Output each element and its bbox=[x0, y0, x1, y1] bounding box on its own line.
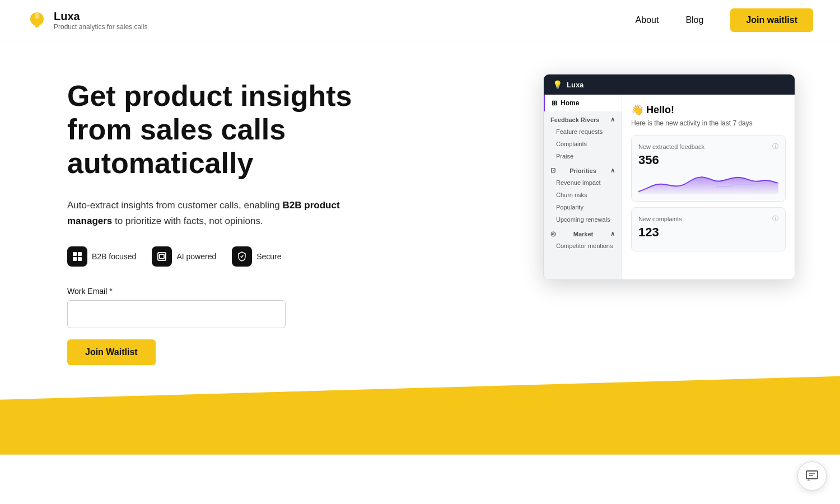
sidebar-home-label: Home bbox=[561, 99, 579, 107]
brand-name: Luxa bbox=[54, 10, 147, 23]
window-titlebar: 💡 Luxa bbox=[544, 74, 795, 95]
yellow-section bbox=[0, 376, 840, 455]
svg-rect-3 bbox=[73, 252, 77, 256]
hero-section: Get product insights from sales calls au… bbox=[0, 40, 840, 388]
badge-ai: AI powered bbox=[152, 246, 216, 267]
nav-about[interactable]: About bbox=[636, 15, 659, 25]
sidebar-upcoming-renewals[interactable]: Upcoming renewals bbox=[544, 213, 622, 226]
navbar: Luxa Product analytics for sales calls A… bbox=[0, 0, 840, 40]
brand-logo: Luxa Product analytics for sales calls bbox=[27, 10, 147, 31]
badge-ai-label: AI powered bbox=[176, 252, 216, 261]
sidebar-feature-requests[interactable]: Feature requests bbox=[544, 125, 622, 138]
greeting-subtitle: Here is the new activity in the last 7 d… bbox=[631, 119, 786, 127]
svg-point-2 bbox=[35, 12, 39, 19]
info-icon[interactable]: ⓘ bbox=[772, 142, 778, 151]
metric-feedback-label: New extracted feedback ⓘ bbox=[638, 142, 778, 151]
nav-blog[interactable]: Blog bbox=[685, 15, 703, 25]
sidebar-section-market[interactable]: ◎ Market ∧ bbox=[544, 226, 622, 240]
luxa-logo-icon bbox=[27, 10, 47, 30]
hero-description: Auto-extract insights from customer call… bbox=[67, 198, 370, 228]
svg-rect-4 bbox=[78, 252, 82, 256]
priorities-label: Priorities bbox=[570, 167, 596, 174]
metric-feedback-value: 356 bbox=[638, 153, 778, 167]
nav-links: About Blog Join waitlist bbox=[636, 8, 813, 32]
sidebar-complaints[interactable]: Complaints bbox=[544, 138, 622, 150]
join-waitlist-button[interactable]: Join Waitlist bbox=[67, 339, 156, 365]
sidebar-competitor-mentions[interactable]: Competitor mentions bbox=[544, 240, 622, 252]
metric-card-feedback: New extracted feedback ⓘ 356 bbox=[631, 135, 786, 202]
priorities-chevron-icon: ∧ bbox=[610, 167, 615, 174]
market-label: Market bbox=[573, 231, 593, 237]
hero-desc-prefix: Auto-extract insights from customer call… bbox=[67, 200, 283, 211]
feedback-rivers-label: Feedback Rivers bbox=[550, 116, 599, 123]
metric-complaints-value: 123 bbox=[638, 225, 778, 240]
window-body: ⊞ Home Feedback Rivers ∧ Feature request… bbox=[544, 95, 795, 279]
email-input[interactable] bbox=[67, 300, 286, 328]
greeting-title: Hello! bbox=[646, 104, 674, 115]
svg-rect-5 bbox=[73, 257, 77, 261]
hero-left: Get product insights from sales calls au… bbox=[67, 74, 370, 365]
sidebar-section-priorities[interactable]: ⊡ Priorities ∧ bbox=[544, 162, 622, 176]
sidebar-home[interactable]: ⊞ Home bbox=[544, 95, 622, 111]
b2b-icon bbox=[67, 246, 87, 267]
badge-b2b: B2B focused bbox=[67, 246, 136, 267]
badge-secure: Secure bbox=[232, 246, 281, 267]
greeting-header: 👋 Hello! bbox=[631, 104, 786, 116]
svg-rect-8 bbox=[160, 254, 164, 259]
sidebar-popularity[interactable]: Popularity bbox=[544, 201, 622, 213]
window-logo-icon: 💡 bbox=[553, 80, 562, 89]
feedback-chart bbox=[638, 172, 778, 194]
hero-right: 💡 Luxa ⊞ Home Feedback Rivers ∧ Feature … bbox=[543, 74, 795, 280]
product-screenshot: 💡 Luxa ⊞ Home Feedback Rivers ∧ Feature … bbox=[543, 74, 795, 280]
svg-rect-6 bbox=[78, 257, 82, 261]
info-icon-2[interactable]: ⓘ bbox=[772, 214, 778, 223]
sidebar: ⊞ Home Feedback Rivers ∧ Feature request… bbox=[544, 95, 622, 279]
nav-join-waitlist-button[interactable]: Join waitlist bbox=[730, 8, 813, 32]
ai-icon bbox=[152, 246, 172, 267]
market-icon: ◎ bbox=[550, 230, 556, 237]
greeting-emoji: 👋 bbox=[631, 104, 643, 115]
home-icon: ⊞ bbox=[552, 99, 557, 107]
feedback-chevron-icon: ∧ bbox=[610, 116, 615, 123]
sidebar-section-feedback[interactable]: Feedback Rivers ∧ bbox=[544, 111, 622, 125]
brand-tagline: Product analytics for sales calls bbox=[54, 23, 147, 31]
badge-secure-label: Secure bbox=[256, 252, 281, 261]
main-content: 👋 Hello! Here is the new activity in the… bbox=[622, 95, 795, 279]
hero-title: Get product insights from sales calls au… bbox=[67, 80, 370, 180]
sidebar-revenue-impact[interactable]: Revenue impact bbox=[544, 176, 622, 189]
sidebar-praise[interactable]: Praise bbox=[544, 150, 622, 162]
sidebar-churn-risks[interactable]: Churn risks bbox=[544, 189, 622, 201]
window-title: Luxa bbox=[567, 81, 584, 89]
market-chevron-icon: ∧ bbox=[610, 230, 615, 237]
secure-icon bbox=[232, 246, 252, 267]
svg-rect-1 bbox=[35, 25, 39, 27]
hero-badges: B2B focused AI powered Secure bbox=[67, 246, 370, 267]
metric-complaints-label: New complaints ⓘ bbox=[638, 214, 778, 223]
badge-b2b-label: B2B focused bbox=[92, 252, 136, 261]
priorities-icon: ⊡ bbox=[550, 167, 556, 174]
email-label: Work Email * bbox=[67, 287, 370, 296]
metric-card-complaints: New complaints ⓘ 123 bbox=[631, 207, 786, 251]
hero-desc-suffix: to prioritize with facts, not opinions. bbox=[112, 216, 263, 226]
